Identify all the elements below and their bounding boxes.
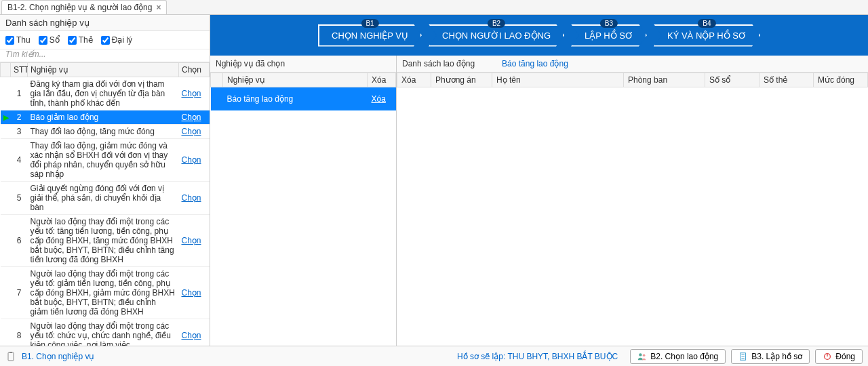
right-panel: B1 CHỌN NGHIỆP VỤ B2 CHỌN NGƯỜI LAO ĐỘNG…: [210, 15, 868, 346]
search-input[interactable]: Tìm kiếm...: [0, 49, 210, 62]
svg-rect-0: [8, 352, 14, 361]
row-nghiepvu: Người lao động thay đổi một trong các yế…: [28, 319, 179, 346]
chosen-header: Nghiệp vụ đã chọn: [210, 56, 396, 73]
svg-point-2: [639, 353, 642, 356]
workers-panel: Danh sách lao động Báo tăng lao động Xóa…: [397, 56, 868, 346]
step-b4[interactable]: B4 KÝ VÀ NỘP HỒ SƠ: [654, 24, 760, 47]
row-stt: 5: [11, 182, 28, 215]
col-stt: STT: [11, 63, 28, 77]
btn-chon-lao-dong[interactable]: B2. Chọn lao động: [630, 349, 726, 364]
row-chon-link[interactable]: Chọn: [182, 127, 201, 136]
task-row[interactable]: ▶2Báo giảm lao độngChọn: [1, 110, 210, 125]
row-nghiepvu: Người lao động thay đổi một trong các yế…: [28, 267, 179, 319]
col-xoa: Xóa: [397, 73, 431, 87]
filter-daily[interactable]: Đại lý: [101, 35, 132, 45]
col-soso: Số sổ: [705, 73, 760, 87]
task-row[interactable]: 3Thay đổi lao động, tăng mức đóngChọn: [1, 125, 210, 139]
step-badge: B2: [488, 19, 505, 28]
col-chon: Chọn: [179, 63, 210, 77]
step-b2[interactable]: B2 CHỌN NGƯỜI LAO ĐỘNG: [429, 24, 564, 47]
workers-subtitle: Báo tăng lao động: [502, 59, 568, 68]
workers-title: Danh sách lao động: [402, 59, 475, 68]
task-list-table: STT Nghiệp vụ Chọn 1Đăng ký tham gia đối…: [0, 62, 210, 346]
row-chon-link[interactable]: Chọn: [182, 331, 201, 340]
row-chon-link[interactable]: Chọn: [182, 288, 201, 298]
filter-row: Thu Sổ Thẻ Đại lý: [0, 31, 210, 49]
filter-thu-checkbox[interactable]: [5, 36, 14, 45]
row-nghiepvu: Báo giảm lao động: [28, 110, 179, 125]
footer: B1. Chọn nghiệp vụ Hồ sơ sẽ lập: THU BHY…: [0, 346, 868, 366]
footer-step-label: B1. Chọn nghiệp vụ: [22, 352, 94, 361]
col-chosen-xoa: Xóa: [368, 73, 396, 87]
filter-the-checkbox[interactable]: [68, 36, 77, 45]
svg-point-3: [643, 354, 646, 357]
filter-so[interactable]: Sổ: [39, 35, 60, 45]
document-icon: [738, 352, 748, 361]
row-indicator: [1, 182, 11, 215]
col-phongban: Phòng ban: [624, 73, 705, 87]
task-row[interactable]: 4Thay đổi lao động, giảm mức đóng và xác…: [1, 139, 210, 182]
svg-rect-1: [9, 352, 12, 353]
row-indicator: [1, 125, 11, 139]
main-area: Danh sách nghiệp vụ Thu Sổ Thẻ Đại lý Tì…: [0, 15, 868, 346]
arrow-icon: ▶: [3, 113, 9, 121]
row-stt: 7: [11, 267, 28, 319]
chosen-row-label: Báo tăng lao động: [223, 87, 368, 111]
filter-the[interactable]: Thẻ: [68, 35, 93, 45]
row-chon-link[interactable]: Chọn: [182, 89, 201, 98]
row-indicator: [1, 215, 11, 267]
workers-body: [397, 87, 868, 346]
chosen-panel: Nghiệp vụ đã chọn Nghiệp vụ Xóa Báo tăng…: [210, 56, 397, 346]
step-b1[interactable]: B1 CHỌN NGHIỆP VỤ: [318, 24, 422, 47]
col-indicator: [1, 63, 11, 77]
task-row[interactable]: 8Người lao động thay đổi một trong các y…: [1, 319, 210, 346]
row-nghiepvu: Đăng ký tham gia đối với đơn vị tham gia…: [28, 77, 179, 110]
row-stt: 8: [11, 319, 28, 346]
row-nghiepvu: Thay đổi lao động, giảm mức đóng và xác …: [28, 139, 179, 182]
task-row[interactable]: 1Đăng ký tham gia đối với đơn vị tham gi…: [1, 77, 210, 110]
col-phuongan: Phương án: [431, 73, 492, 87]
row-indicator: [1, 139, 11, 182]
footer-info: Hồ sơ sẽ lập: THU BHYT, BHXH BẮT BUỘC: [457, 352, 618, 361]
tab-bar: B1-2. Chọn nghiệp vụ & người lao động ×: [0, 0, 868, 15]
close-tab-icon[interactable]: ×: [156, 3, 161, 12]
step-bar: B1 CHỌN NGHIỆP VỤ B2 CHỌN NGƯỜI LAO ĐỘNG…: [210, 15, 868, 56]
row-stt: 1: [11, 77, 28, 110]
task-row[interactable]: 6Người lao động thay đổi một trong các y…: [1, 215, 210, 267]
task-row[interactable]: 5Giải quyết ngừng đóng đối với đơn vị gi…: [1, 182, 210, 215]
col-nghiepvu: Nghiệp vụ: [28, 63, 179, 77]
row-nghiepvu: Người lao động thay đổi một trong các yế…: [28, 215, 179, 267]
chosen-row-delete[interactable]: Xóa: [372, 94, 386, 104]
tab-title: B1-2. Chọn nghiệp vụ & người lao động: [7, 3, 152, 12]
left-panel: Danh sách nghiệp vụ Thu Sổ Thẻ Đại lý Tì…: [0, 15, 210, 346]
row-chon-link[interactable]: Chọn: [182, 236, 201, 245]
right-split: Nghiệp vụ đã chọn Nghiệp vụ Xóa Báo tăng…: [210, 56, 868, 346]
people-icon: [637, 352, 647, 361]
row-indicator: ▶: [1, 110, 11, 125]
row-nghiepvu: Thay đổi lao động, tăng mức đóng: [28, 125, 179, 139]
workers-header: Danh sách lao động Báo tăng lao động: [397, 56, 868, 73]
col-sothe: Số thẻ: [760, 73, 814, 87]
active-tab[interactable]: B1-2. Chọn nghiệp vụ & người lao động ×: [1, 0, 167, 14]
row-chon-link[interactable]: Chọn: [182, 193, 201, 203]
col-mucdong: Mức đóng: [814, 73, 868, 87]
col-hoten: Họ tên: [492, 73, 624, 87]
btn-close[interactable]: Đóng: [815, 349, 863, 364]
step-badge: B1: [361, 19, 378, 28]
row-chon-link[interactable]: Chọn: [182, 155, 201, 165]
col-indicator: [211, 73, 223, 87]
filter-so-checkbox[interactable]: [39, 36, 47, 45]
chosen-row[interactable]: Báo tăng lao động Xóa: [211, 87, 396, 111]
row-stt: 4: [11, 139, 28, 182]
row-chon-link[interactable]: Chọn: [182, 113, 201, 122]
task-row[interactable]: 7Người lao động thay đổi một trong các y…: [1, 267, 210, 319]
step-b3[interactable]: B3 LẬP HỒ SƠ: [571, 24, 647, 47]
left-panel-header: Danh sách nghiệp vụ: [0, 15, 210, 31]
filter-daily-checkbox[interactable]: [101, 36, 110, 45]
step-badge: B4: [698, 19, 715, 28]
filter-thu[interactable]: Thu: [5, 35, 31, 45]
btn-lap-ho-so[interactable]: B3. Lập hồ sơ: [731, 349, 810, 364]
row-stt: 6: [11, 215, 28, 267]
row-nghiepvu: Giải quyết ngừng đóng đối với đơn vị giả…: [28, 182, 179, 215]
step-badge: B3: [600, 19, 618, 28]
